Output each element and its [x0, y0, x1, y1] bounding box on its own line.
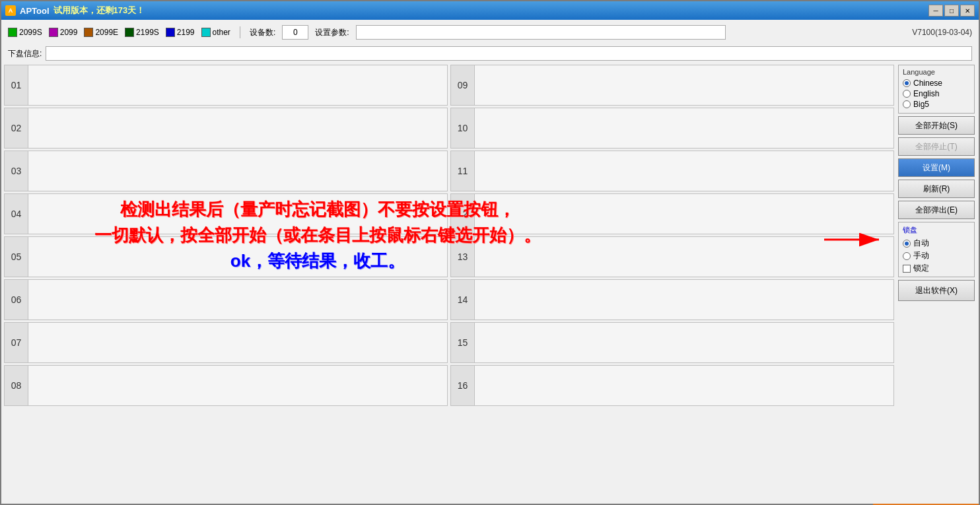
legend-2199: 2199: [166, 28, 195, 37]
table-row: 06: [4, 279, 448, 320]
radio-label-auto: 自动: [913, 238, 929, 249]
radio-label-chinese: Chinese: [913, 79, 942, 88]
slot-content-10[interactable]: [475, 108, 893, 148]
app-name: APTool: [20, 6, 50, 16]
radio-circle-english: [903, 90, 911, 98]
radio-big5[interactable]: Big5: [903, 100, 970, 109]
table-row: 01: [4, 65, 448, 106]
slot-content-03[interactable]: [28, 151, 447, 191]
slot-content-01[interactable]: [28, 65, 447, 105]
legend-color-other: [201, 28, 211, 37]
content-area: 2099S 2099 2099E 2199S 2199 other: [1, 20, 979, 504]
device-count-input[interactable]: [282, 25, 308, 40]
slot-number-02: 02: [5, 108, 28, 148]
lock-checkbox-item[interactable]: 锁定: [903, 263, 970, 274]
titlebar: A APTool 试用版本，还剩173天！ ─ □ ✕: [1, 1, 979, 20]
refresh-button[interactable]: 刷新(R): [898, 180, 975, 198]
radio-circle-auto: [903, 240, 911, 248]
divider-1: [240, 26, 240, 38]
start-all-button[interactable]: 全部开始(S): [898, 116, 975, 135]
slot-number-16: 16: [451, 366, 475, 405]
titlebar-left: A APTool 试用版本，还剩173天！: [5, 5, 145, 17]
slots-area: 01 02 03 04: [4, 65, 894, 501]
left-slots-column: 01 02 03 04: [4, 65, 448, 501]
slot-number-12: 12: [451, 194, 475, 234]
slot-number-08: 08: [5, 366, 28, 405]
slot-number-09: 09: [451, 65, 475, 105]
slot-content-02[interactable]: [28, 108, 447, 148]
lock-checkbox[interactable]: [903, 265, 911, 273]
legend-other: other: [201, 28, 230, 37]
radio-english[interactable]: English: [903, 89, 970, 98]
slot-content-07[interactable]: [28, 323, 447, 362]
slot-number-04: 04: [5, 194, 28, 234]
legend-2099: 2099: [49, 28, 78, 37]
slot-content-08[interactable]: [28, 366, 447, 405]
minimize-button[interactable]: ─: [928, 5, 943, 17]
table-row: 08: [4, 365, 448, 406]
legend-label-2099: 2099: [60, 28, 78, 37]
slot-content-09[interactable]: [475, 65, 893, 105]
maximize-button[interactable]: □: [944, 5, 959, 17]
slot-content-11[interactable]: [475, 151, 893, 191]
radio-label-manual: 手动: [913, 250, 929, 261]
table-row: 13: [450, 236, 894, 277]
exit-button[interactable]: 退出软件(X): [898, 280, 975, 301]
eject-all-button[interactable]: 全部弹出(E): [898, 201, 975, 219]
titlebar-buttons: ─ □ ✕: [928, 5, 975, 17]
lock-checkbox-label: 锁定: [913, 263, 929, 274]
legend-label-other: other: [213, 28, 230, 37]
slot-number-01: 01: [5, 65, 28, 105]
slot-number-13: 13: [451, 237, 475, 277]
legend-color-2099: [49, 28, 58, 37]
slot-number-05: 05: [5, 237, 28, 277]
radio-auto[interactable]: 自动: [903, 238, 970, 249]
table-row: 07: [4, 322, 448, 363]
table-row: 03: [4, 151, 448, 191]
slot-content-06[interactable]: [28, 280, 447, 320]
legend-2099s: 2099S: [8, 28, 42, 37]
table-row: 04: [4, 193, 448, 234]
sidebar: Language Chinese English Big5 全部: [897, 65, 976, 501]
legend-color-2199: [166, 28, 175, 37]
slot-number-11: 11: [451, 151, 475, 191]
legend-label-2099s: 2099S: [19, 28, 42, 37]
slot-content-13[interactable]: [475, 237, 893, 277]
table-row: 10: [450, 108, 894, 149]
radio-chinese[interactable]: Chinese: [903, 79, 970, 88]
slot-content-04[interactable]: [28, 194, 447, 234]
slot-content-16[interactable]: [475, 366, 893, 405]
lock-title: 锁盘: [903, 225, 970, 235]
slot-number-15: 15: [451, 323, 475, 362]
slot-number-06: 06: [5, 280, 28, 320]
settings-param-input[interactable]: [356, 25, 726, 40]
legend-label-2199: 2199: [177, 28, 195, 37]
table-row: 11: [450, 151, 894, 191]
slot-content-14[interactable]: [475, 280, 893, 320]
slot-content-15[interactable]: [475, 323, 893, 362]
table-row: 14: [450, 279, 894, 320]
disk-info-label: 下盘信息:: [8, 48, 42, 59]
slot-number-07: 07: [5, 323, 28, 362]
slot-content-12[interactable]: [475, 194, 893, 234]
legend-color-2099e: [84, 28, 93, 37]
disk-info-row: 下盘信息:: [4, 45, 976, 62]
settings-button[interactable]: 设置(M): [898, 158, 975, 177]
radio-manual[interactable]: 手动: [903, 250, 970, 261]
radio-circle-manual: [903, 252, 911, 260]
main-area: 01 02 03 04: [4, 65, 976, 501]
table-row: 12: [450, 193, 894, 234]
toolbar: 2099S 2099 2099E 2199S 2199 other: [4, 22, 976, 42]
stop-all-button[interactable]: 全部停止(T): [898, 137, 975, 156]
language-section: Language Chinese English Big5: [898, 65, 975, 114]
lock-section: 锁盘 自动 手动 锁定: [898, 222, 975, 277]
disk-info-input[interactable]: [46, 46, 972, 61]
slot-content-05[interactable]: [28, 237, 447, 277]
radio-circle-big5: [903, 100, 911, 108]
legend-color-2199s: [125, 28, 134, 37]
language-title: Language: [903, 68, 970, 76]
close-button[interactable]: ✕: [960, 5, 975, 17]
table-row: 02: [4, 108, 448, 149]
device-count-label: 设备数:: [250, 27, 275, 38]
version-label: V7100(19-03-04): [912, 28, 972, 37]
